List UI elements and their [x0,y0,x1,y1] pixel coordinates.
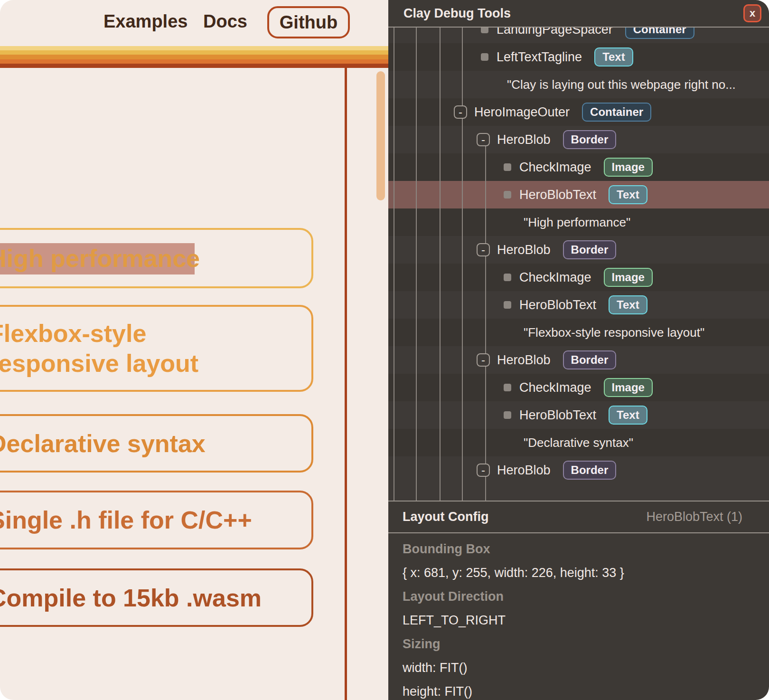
config-label: Bounding Box [403,542,490,557]
tree-row-heroblob[interactable]: - HeroBlob Border [388,456,769,484]
tag-badge: Image [604,378,653,397]
tree-row-text-preview: "Flexbox-style responsive layout" [388,319,769,346]
config-value: width: FIT() [403,661,468,675]
tree-row-text-preview: "High performance" [388,208,769,236]
tree-indent-guide [485,367,486,464]
text-preview: "Clay is laying out this webpage right n… [507,77,736,92]
tree-indent-guide [485,146,486,243]
feature-card-text: Declarative syntax [0,428,206,458]
feature-card-declarative-syntax: Declarative syntax [0,414,313,473]
feature-card-single-header: Single .h file for C/C++ [0,491,313,549]
tag-badge: Container [582,103,651,122]
tree-row-label: HeroBlobText [519,298,596,312]
leaf-icon [504,411,511,419]
collapse-icon[interactable]: - [477,243,490,256]
feature-card-text: Single .h file for C/C++ [0,505,252,535]
tag-badge: Text [609,406,647,425]
tree-row-heroblobtext-selected[interactable]: HeroBlobText Text [388,181,769,208]
tag-badge: Text [609,295,647,314]
layout-config-body: Bounding Box { x: 681, y: 255, width: 22… [388,533,769,700]
tree-row-label: HeroBlob [497,353,551,368]
tag-badge: Border [563,240,617,259]
collapse-icon[interactable]: - [477,464,490,477]
tree-row-checkimage[interactable]: CheckImage Image [388,264,769,291]
layout-config-title: Layout Config [403,510,646,524]
tree-row-heroblob[interactable]: - HeroBlob Border [388,236,769,264]
leaf-icon [481,28,488,33]
tag-badge: Border [563,350,617,369]
collapse-icon[interactable]: - [477,133,490,146]
tag-badge: Container [625,28,694,39]
tree-indent-guide [416,28,417,501]
panel-title: Clay Debug Tools [403,6,743,21]
vertical-divider [345,68,347,700]
tree-row-heroblobtext[interactable]: HeroBlobText Text [388,401,769,429]
tree-row-label: HeroImageOuter [474,105,570,120]
tree-row-label: LandingPageSpacer [497,28,613,37]
config-label: Layout Direction [403,589,504,604]
config-label: Sizing [403,637,441,652]
config-value: LEFT_TO_RIGHT [403,613,506,628]
app-window: Examples Docs Github High performance Fl… [0,0,769,700]
nav-link-docs[interactable]: Docs [203,11,247,32]
github-button[interactable]: Github [267,6,350,38]
tree-indent-guide [440,28,441,501]
tree-indent-guide [462,119,463,501]
tree-row-landingpagespacer[interactable]: LandingPageSpacer Container [388,28,769,43]
tree-row-label: CheckImage [519,270,591,285]
nav-link-examples[interactable]: Examples [103,11,188,32]
tree-row-label: HeroBlob [497,132,551,147]
feature-card-wasm: Compile to 15kb .wasm [0,568,313,627]
tree-row-label: HeroBlob [497,463,551,478]
tree-row-heroimageouter[interactable]: - HeroImageOuter Container [388,98,769,126]
tree-indent-guide [485,256,486,353]
tree-indent-guide [394,28,394,501]
tree-row-label: HeroBlobText [519,188,596,202]
tree-row-label: HeroBlobText [519,408,596,423]
selected-element-label: HeroBlobText (1) [646,510,742,524]
tree-row-lefttexttagline[interactable]: LeftTextTagline Text [388,43,769,71]
tree-row-text-preview: "Clay is laying out this webpage right n… [388,71,769,98]
leaf-icon [504,384,511,391]
page-scrollbar-thumb[interactable] [376,71,385,200]
tag-badge: Text [609,185,647,204]
tag-badge: Image [604,158,653,177]
tag-badge: Border [563,130,617,149]
feature-card-text: High performance [0,243,200,273]
leaf-icon [504,163,511,171]
tree-row-label: CheckImage [519,160,591,175]
tree-row-heroblob[interactable]: - HeroBlob Border [388,126,769,153]
tree-row-checkimage[interactable]: CheckImage Image [388,153,769,181]
leaf-icon [504,191,511,199]
tree-row-label: HeroBlob [497,243,551,257]
layout-config-header: Layout Config HeroBlobText (1) [388,501,769,532]
tag-badge: Border [563,461,617,480]
feature-card-text: Flexbox-style responsive layout [0,319,273,378]
tree-row-label: CheckImage [519,380,591,395]
feature-card-high-performance: High performance [0,228,313,288]
tree-indent-guide [462,28,463,105]
feature-card-flexbox-layout: Flexbox-style responsive layout [0,305,313,392]
debug-panel-header: Clay Debug Tools x [388,0,769,27]
tag-badge: Image [604,268,653,287]
text-preview: "Flexbox-style responsive layout" [524,325,704,340]
close-button[interactable]: x [743,4,761,22]
collapse-icon[interactable]: - [454,105,467,119]
feature-card-text: Compile to 15kb .wasm [0,583,262,613]
leaf-icon [504,301,511,309]
tag-badge: Text [594,47,633,66]
text-preview: "Declarative syntax" [524,435,633,450]
tree-row-heroblobtext[interactable]: HeroBlobText Text [388,291,769,319]
element-tree: LandingPageSpacer Container LeftTextTagl… [388,28,769,501]
tree-indent-guide [485,477,486,501]
tree-row-label: LeftTextTagline [497,50,582,65]
config-value: { x: 681, y: 255, width: 226, height: 33… [403,566,624,580]
tree-row-checkimage[interactable]: CheckImage Image [388,374,769,401]
collapse-icon[interactable]: - [477,353,490,367]
close-icon: x [750,8,755,19]
text-preview: "High performance" [524,215,630,230]
tree-row-heroblob[interactable]: - HeroBlob Border [388,346,769,374]
leaf-icon [504,274,511,281]
leaf-icon [481,53,488,61]
tree-row-text-preview: "Declarative syntax" [388,429,769,456]
